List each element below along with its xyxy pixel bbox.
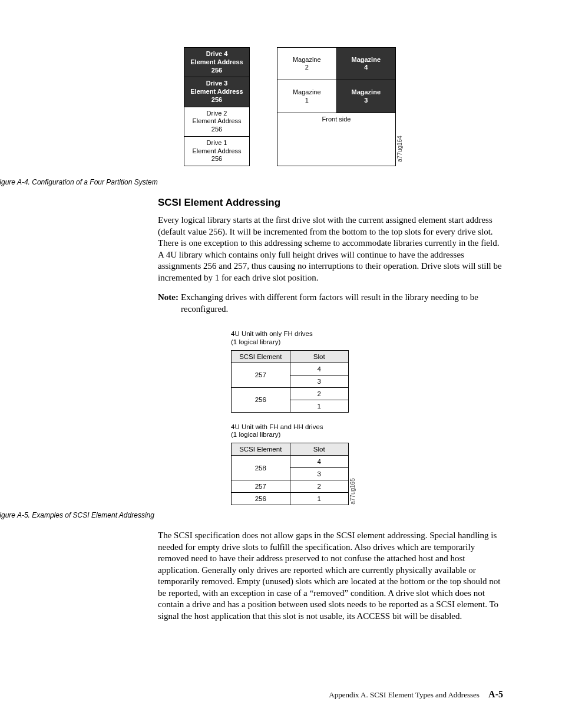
fig1-side-code: a77ug164	[396, 136, 402, 162]
table1-title-l1: 4U Unit with only FH drives	[231, 330, 313, 337]
t1-slot-4: 4	[290, 363, 349, 375]
t1-slot-3: 3	[290, 375, 349, 387]
section-heading: SCSI Element Addressing	[158, 197, 503, 209]
magazine-3: Magazine3	[337, 80, 396, 112]
scsi-table-2: SCSI Element Slot 258 4 3 257 2 256 1	[231, 443, 349, 505]
page-footer: Appendix A. SCSI Element Types and Addre…	[329, 689, 503, 700]
magazine-2: Magazine2	[277, 48, 337, 80]
drive-4-line3: 256	[211, 67, 222, 74]
figure-a4: Drive 4 Element Address 256 Drive 3 Elem…	[77, 47, 503, 166]
note-label: Note:	[158, 292, 181, 315]
t2-elem-256: 256	[232, 493, 290, 505]
footer-page: A-5	[481, 689, 503, 699]
fig2-side-code: a77ug165	[349, 478, 355, 505]
t2-elem-257: 257	[232, 480, 290, 493]
t2-head-elem: SCSI Element	[232, 443, 290, 456]
drive-2-name: Drive 2	[207, 110, 227, 117]
para-2: The SCSI specification does not allow ga…	[158, 530, 503, 622]
t2-head-slot: Slot	[290, 443, 349, 456]
drive-stack: Drive 4 Element Address 256 Drive 3 Elem…	[184, 47, 250, 166]
figure-a5-caption: Figure A-5. Examples of SCSI Element Add…	[0, 511, 503, 519]
drive-cell-2: Drive 2 Element Address 256	[184, 107, 249, 137]
table2-title-l2: (1 logical library)	[231, 431, 280, 438]
t2-elem-258: 258	[232, 456, 290, 480]
drive-3-name: Drive 3	[206, 80, 228, 87]
figure-a5: 4U Unit with only FH drives (1 logical l…	[77, 325, 503, 505]
t1-elem-257: 257	[232, 363, 290, 387]
drive-cell-1: Drive 1 Element Address 256	[184, 137, 249, 166]
front-side-label: Front side	[277, 113, 395, 125]
drive-3-line2: Element Address	[190, 88, 243, 95]
note-body: Exchanging drives with different form fa…	[181, 292, 503, 315]
t1-head-elem: SCSI Element	[232, 350, 290, 363]
note: Note: Exchanging drives with different f…	[158, 292, 503, 315]
drive-cell-4: Drive 4 Element Address 256	[184, 48, 249, 77]
drive-cell-3: Drive 3 Element Address 256	[184, 77, 249, 107]
t1-slot-1: 1	[290, 400, 349, 412]
figure-a4-caption: Figure A-4. Configuration of a Four Part…	[0, 178, 503, 186]
footer-text: Appendix A. SCSI Element Types and Addre…	[329, 690, 480, 699]
drive-1-line2: Element Address	[192, 147, 241, 154]
magazine-1: Magazine1	[277, 80, 337, 112]
t2-slot-3: 3	[290, 468, 349, 480]
t2-slot-4: 4	[290, 456, 349, 468]
drive-1-name: Drive 1	[207, 139, 227, 146]
t1-elem-256: 256	[232, 387, 290, 412]
table1-title: 4U Unit with only FH drives (1 logical l…	[231, 330, 349, 347]
drive-4-line2: Element Address	[190, 58, 243, 65]
table2-title: 4U Unit with FH and HH drives (1 logical…	[231, 423, 349, 440]
magazine-grid: Magazine2 Magazine4 Magazine1 Magazine3 …	[277, 47, 396, 166]
drive-2-line3: 256	[211, 126, 222, 133]
drive-3-line3: 256	[211, 96, 222, 103]
drive-4-name: Drive 4	[206, 50, 228, 57]
t1-slot-2: 2	[290, 387, 349, 400]
table2-title-l1: 4U Unit with FH and HH drives	[231, 423, 323, 430]
t1-head-slot: Slot	[290, 350, 349, 363]
magazine-4: Magazine4	[337, 48, 396, 80]
page: Drive 4 Element Address 256 Drive 3 Elem…	[0, 0, 562, 728]
para-1: Every logical library starts at the firs…	[158, 215, 503, 284]
scsi-table-1: SCSI Element Slot 257 4 3 256 2 1	[231, 350, 349, 413]
t2-slot-1: 1	[290, 493, 349, 505]
table1-title-l2: (1 logical library)	[231, 338, 280, 345]
drive-2-line2: Element Address	[192, 117, 241, 124]
t2-slot-2: 2	[290, 480, 349, 493]
drive-1-line3: 256	[211, 155, 222, 162]
